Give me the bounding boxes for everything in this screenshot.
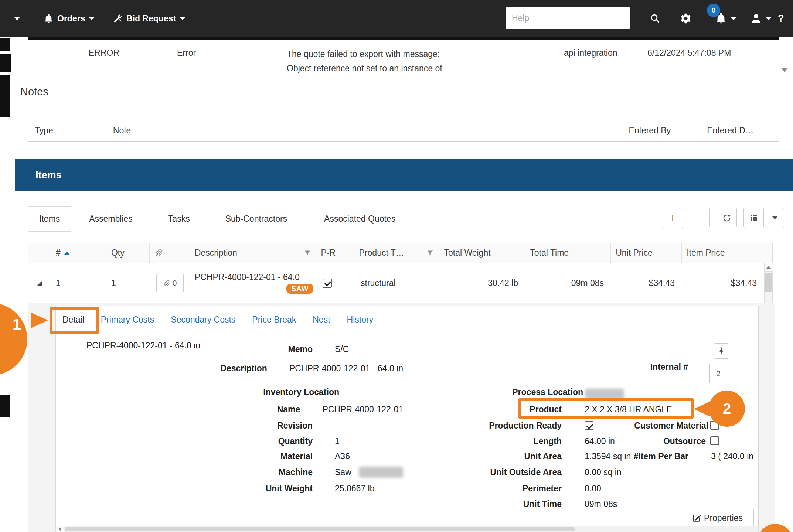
search-button[interactable] [650,0,661,37]
chevron-down-icon [772,216,778,219]
col-total-time[interactable]: Total Time [525,243,611,263]
production-ready-label: Production Ready [425,421,562,431]
col-unit-price[interactable]: Unit Price [611,243,682,263]
notes-col-note[interactable]: Note [106,119,622,141]
scrollbar-down-arrow[interactable] [781,68,788,72]
tab-associated-quotes[interactable]: Associated Quotes [314,206,405,232]
help-mark[interactable]: ? [778,0,784,37]
description-label: Description [85,364,267,374]
customer-material-label: Customer Material [626,421,708,431]
grid-toolbar: + − [663,208,784,228]
tab-tasks[interactable]: Tasks [159,206,200,232]
internal-number-field[interactable]: 2 [709,364,727,383]
nav-collapse-menu[interactable] [14,0,20,37]
scrollbar-up-button[interactable] [765,263,773,272]
grid-layout-caret-button[interactable] [766,208,784,228]
filter-icon[interactable] [426,249,434,257]
settings-button[interactable] [680,0,692,37]
user-menu[interactable] [750,0,772,37]
field-memo: Memo S/C [85,343,403,355]
row-expand-toggle[interactable] [28,263,51,303]
alert-timestamp: 6/12/2024 5:47:08 PM [647,48,731,58]
alert-severity: ERROR [89,48,119,58]
col-item-price[interactable]: Item Price [682,243,772,263]
help-search-input[interactable] [506,7,630,29]
search-icon [650,13,661,24]
col-qty[interactable]: Qty [106,243,150,263]
pr-checkbox[interactable] [323,279,332,288]
col-attachments[interactable] [150,243,190,263]
outsource-checkbox[interactable] [710,436,719,445]
unit-weight-value: 25.0667 lb [335,484,374,494]
menu-bid-request[interactable]: Bid Request [113,0,186,37]
item-row-1[interactable]: 1 1 0 PCHPR-4000-122-01 - 64.0 SAW struc… [28,263,772,303]
tab-associated-quotes-label: Associated Quotes [324,214,395,224]
tab-tasks-label: Tasks [168,214,190,224]
grid-vertical-scrollbar[interactable] [764,263,772,303]
items-grid: # Qty Description P-R Product T… Total W… [28,243,773,303]
filter-icon[interactable] [303,249,312,257]
col-product-type-label: Product T… [359,248,404,258]
alert-message-line1: The quote failed to export with message: [287,47,442,61]
notes-col-entered-by[interactable]: Entered By [622,119,700,141]
tab-assemblies[interactable]: Assemblies [79,206,142,232]
alert-row[interactable]: ERROR Error The quote failed to export w… [0,41,793,81]
refresh-button[interactable] [717,208,737,228]
cell-description: PCHPR-4000-122-01 - 64.0 SAW [190,263,316,303]
col-description[interactable]: Description [190,243,316,263]
internal-number-label: Internal # [573,362,688,372]
description-text: PCHPR-4000-122-01 - 64.0 [195,272,316,282]
perimeter-label: Perimeter [425,484,562,494]
properties-button[interactable]: Properties [681,509,754,527]
chevron-down-icon [89,17,95,20]
unit-outside-area-value: 0.00 sq in [585,467,622,477]
scrollbar-left-arrow [58,527,61,531]
field-quantity: Quantity 1 [85,435,403,447]
grid-layout-button[interactable] [743,208,764,228]
cell-total-weight: 30.42 lb [439,263,525,303]
menu-bid-request-label: Bid Request [126,14,176,24]
scrollbar-thumb[interactable] [65,527,575,531]
memo-value: S/C [335,344,349,354]
tab-items[interactable]: Items [28,206,71,232]
notifications-menu[interactable]: 0 [715,0,736,37]
notes-col-type[interactable]: Type [28,119,106,141]
col-pr[interactable]: P-R [316,243,354,263]
machine-value: Saw [335,467,351,477]
quantity-label: Quantity [85,436,313,446]
name-label: Name [85,405,300,415]
inventory-location-label: Inventory Location [204,387,339,397]
remove-item-button[interactable]: − [690,208,710,228]
col-num[interactable]: # [51,243,106,263]
col-total-time-label: Total Time [530,248,569,258]
pin-button[interactable] [714,343,729,359]
attachments-button[interactable]: 0 [156,273,184,293]
notes-col-entered-date[interactable]: Entered D… [700,119,779,141]
outsource-label: Outsource [623,436,706,446]
tab-sub-contractors[interactable]: Sub-Contractors [216,206,297,232]
add-item-button[interactable]: + [663,208,683,228]
col-description-label: Description [195,248,237,258]
notes-section-title: Notes [20,86,48,98]
notes-table: Type Note Entered By Entered D… [28,119,779,142]
col-total-weight[interactable]: Total Weight [439,243,525,263]
gear-icon [680,13,692,24]
notification-badge: 0 [707,4,720,17]
menu-orders[interactable]: Orders [44,0,95,37]
scrollbar-left-button[interactable] [56,526,64,532]
unit-time-value: 09m 08s [585,499,617,509]
scrollbar-thumb[interactable] [765,273,772,292]
col-pr-label: P-R [321,248,336,258]
items-grid-header: # Qty Description P-R Product T… Total W… [28,243,772,263]
length-label: Length [425,436,562,446]
item-per-bar-value: 3 ( 240.0 in [711,451,759,461]
detail-horizontal-scrollbar[interactable] [55,526,759,532]
left-edge-block [0,75,10,117]
production-ready-checkbox[interactable] [585,421,593,430]
top-navbar: Orders Bid Request 0 ? [0,0,793,37]
chevron-down-icon [766,17,772,20]
refresh-icon [722,213,732,223]
field-length: Length 64.00 in Outsource [425,435,759,447]
col-product-type[interactable]: Product T… [354,243,439,263]
alert-type: Error [177,48,196,58]
